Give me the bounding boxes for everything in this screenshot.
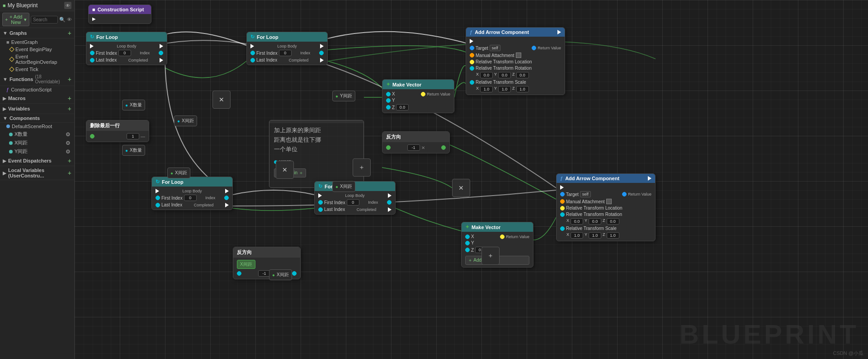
target-pin <box>560 192 565 196</box>
for-loop-2-node[interactable]: ↻ For Loop Loop Body First Index Index <box>246 32 328 65</box>
node-row-rot-vals: X Y Z <box>560 218 651 225</box>
node-row-last: Last Index Completed <box>90 57 163 62</box>
sidebar-item-actoroverlap[interactable]: Event ActorBeginOverlap <box>0 53 74 66</box>
x-spacing-label: X间距 <box>237 260 255 269</box>
exec-in <box>318 193 322 198</box>
make-vector-1-node[interactable]: ✦ Make Vector X Return Value Y <box>382 79 454 113</box>
section-graphs[interactable]: ▼ Graphs + <box>0 28 74 38</box>
add-macro-button[interactable]: + <box>68 95 71 102</box>
add-ed-button[interactable]: + <box>68 157 71 164</box>
node-header-rev2: 反方向 <box>233 247 300 258</box>
construction-script-node[interactable]: ■ Construction Script ▶ <box>88 5 151 24</box>
scale-z-input[interactable] <box>516 86 529 92</box>
first-index-input[interactable] <box>279 50 292 56</box>
var-x-spacing-2[interactable]: ● X间距 <box>167 168 190 178</box>
var-icon: ● <box>170 171 173 176</box>
sidebar-title: My Blueprint <box>8 2 62 9</box>
component-xspacing[interactable]: X间距 ⚙ <box>0 139 74 147</box>
node-row-reltrans-scale: Relative Transform Scale <box>470 80 561 85</box>
add-icon: ＋ <box>359 163 365 172</box>
checkbox[interactable] <box>516 53 521 58</box>
multiply-node-1[interactable]: ✕ <box>212 91 231 109</box>
first-index-input[interactable] <box>118 50 131 56</box>
first-index-input[interactable] <box>347 199 359 206</box>
comp-icon-3: ⚙ <box>66 148 71 155</box>
pin-first <box>156 196 160 200</box>
add-node-2[interactable]: ＋ <box>481 247 500 265</box>
completed-out <box>388 207 392 212</box>
sidebar-item-eventgraph[interactable]: ■ EventGraph <box>0 38 74 46</box>
rot-z-input[interactable] <box>516 72 529 78</box>
node-row-rot-vals: X Y Z <box>470 72 561 78</box>
add-arrow-2-node[interactable]: ƒ Add Arrow Component Target self Return… <box>556 173 656 241</box>
scale-x-input[interactable] <box>571 232 583 239</box>
rev-direction-1-node[interactable]: 反方向 ✕ <box>382 131 450 153</box>
event-icon <box>9 57 14 62</box>
section-components[interactable]: ▼ Components <box>0 114 74 123</box>
chevron-components-icon: ▼ <box>3 115 8 121</box>
var-icon: ● <box>125 148 128 153</box>
multiply-node-2[interactable]: ✕ <box>276 161 294 179</box>
search-input[interactable] <box>31 16 58 24</box>
add-node-1[interactable]: ＋ <box>353 158 371 177</box>
section-event-dispatchers[interactable]: ▶ Event Dispatchers + <box>0 156 74 166</box>
sidebar-item-beginplay[interactable]: Event BeginPlay <box>0 46 74 53</box>
rot-x-input[interactable] <box>480 72 493 78</box>
var-x-count-1[interactable]: ● X数量 <box>122 100 145 110</box>
del-input[interactable] <box>127 133 139 139</box>
comp-icon-2: ⚙ <box>66 140 71 146</box>
sidebar-item-tick[interactable]: Event Tick <box>0 66 74 73</box>
add-new-button[interactable]: + + Add New ▾ <box>2 13 29 26</box>
exec-in <box>90 44 94 48</box>
checkbox[interactable] <box>606 199 612 204</box>
z-input[interactable] <box>396 104 409 110</box>
var-x-spacing-3[interactable]: ● X间距 <box>332 181 355 192</box>
add-variable-button[interactable]: + <box>68 105 71 112</box>
scale-x-input[interactable] <box>480 86 493 92</box>
multiply-node-3[interactable]: ✕ <box>452 179 470 197</box>
add-function-button[interactable]: + <box>68 76 71 83</box>
index-out <box>224 196 229 200</box>
del-last-row-node[interactable]: 删除最后一行 — <box>86 120 149 142</box>
component-xcount[interactable]: X数量 ⚙ <box>0 130 74 139</box>
scale-y-input[interactable] <box>589 232 601 239</box>
for-loop-1-node[interactable]: ↻ For Loop Loop Body First Index Index <box>86 32 167 65</box>
component-defaultsceneroot[interactable]: DefaultSceneRoot <box>0 123 74 130</box>
scale-y-input[interactable] <box>498 86 511 92</box>
add-arrow-1-node[interactable]: ƒ Add Arrow Component Target self Return… <box>466 27 565 95</box>
node-row-reltrans-loc: Relative Transform Location <box>470 59 561 64</box>
loop-icon: ↻ <box>250 34 255 40</box>
x-pin <box>465 235 470 239</box>
add-graph-button[interactable]: + <box>68 29 71 37</box>
var-x-spacing-1[interactable]: ● X间距 <box>174 115 197 126</box>
pin-last-index <box>90 58 94 62</box>
section-macros[interactable]: ▶ Macros + <box>0 93 74 104</box>
blueprint-canvas[interactable]: ■ Construction Script ▶ ↻ For Loop Loop … <box>75 0 868 359</box>
loop-body-out <box>160 44 163 48</box>
var-x-count-2[interactable]: ● X数量 <box>122 145 145 156</box>
rot-x-input[interactable] <box>571 218 583 225</box>
rot-y-input[interactable] <box>498 72 511 78</box>
sidebar-header: ■ My Blueprint 👁 <box>0 0 74 11</box>
component-yspacing[interactable]: Y间距 ⚙ <box>0 147 74 156</box>
rot-z-input[interactable] <box>607 218 619 225</box>
section-functions[interactable]: ▼ Functions (18 Overridable) + <box>0 73 74 86</box>
first-index-input[interactable] <box>184 195 197 201</box>
return-pin <box>421 92 425 96</box>
node-row-first: First Index Index <box>318 199 392 206</box>
for-loop-3-node[interactable]: ↻ For Loop Loop Body First Index Index <box>151 177 233 210</box>
rot-y-input[interactable] <box>589 218 601 225</box>
var-y-spacing-1[interactable]: ● Y间距 <box>332 91 355 101</box>
var-x-spacing-4[interactable]: ● X间距 <box>269 269 292 280</box>
mv-icon: ✦ <box>386 81 390 87</box>
pin-first <box>318 200 323 205</box>
scale-z-input[interactable] <box>607 232 619 239</box>
sidebar-eye-btn[interactable]: 👁 <box>64 2 71 9</box>
section-variables[interactable]: ▶ Variables + <box>0 104 74 114</box>
add-lv-button[interactable]: + <box>68 169 71 177</box>
minus-input[interactable] <box>407 144 420 151</box>
section-local-variables[interactable]: ▶ Local Variables (UserConstru... + <box>0 166 74 180</box>
sidebar-item-constructionscript[interactable]: ƒ ConstructionScript <box>0 86 74 93</box>
z-pin <box>386 105 391 110</box>
loop-body-out <box>320 44 324 48</box>
